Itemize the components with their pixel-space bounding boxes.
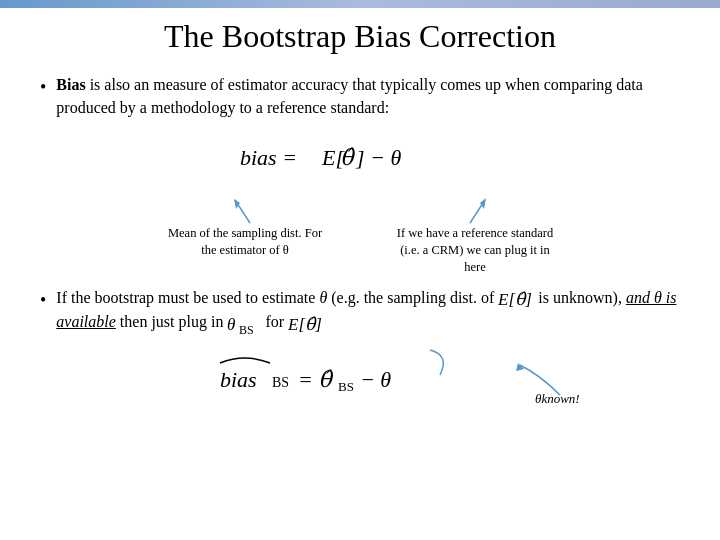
bullet-text-1: Bias is also an measure of estimator acc… <box>56 73 680 119</box>
svg-text:bias =: bias = <box>240 145 297 170</box>
inline-formula-Ethetahat2: E[θ̂] <box>288 313 324 335</box>
bias-formula-1: bias = E[ θ̂ ] − θ <box>230 129 490 183</box>
formula-2-wrapper: bias BS = θ̂ BS − θ θknown! <box>210 345 510 409</box>
top-bar <box>0 0 720 8</box>
bullet-section-1: • Bias is also an measure of estimator a… <box>40 73 680 119</box>
formula-1-svg: bias = E[ θ̂ ] − θ <box>230 129 490 177</box>
formula-1-area: bias = E[ θ̂ ] − θ <box>40 129 680 187</box>
inline-formula-Ethetahat: E[θ̂] <box>498 288 534 310</box>
svg-text:bias: bias <box>220 367 257 392</box>
formula-2-area: bias BS = θ̂ BS − θ θknown! <box>40 345 680 409</box>
and-theta-available: and θ is available <box>56 289 676 330</box>
arrow-left-svg <box>230 195 260 225</box>
bullet-item-2: • If the bootstrap must be used to estim… <box>40 286 680 335</box>
svg-text:− θ: − θ <box>360 367 391 392</box>
bullet-item-1: • Bias is also an measure of estimator a… <box>40 73 680 119</box>
bullet-dot-2: • <box>40 288 46 313</box>
theta-known-label: θknown! <box>500 355 590 409</box>
annotation-right-col: If we have a reference standard (i.e. a … <box>395 195 555 276</box>
svg-text:E[θ̂]: E[θ̂] <box>498 290 532 309</box>
svg-text:BS: BS <box>272 375 289 390</box>
svg-text:θknown!: θknown! <box>535 391 580 405</box>
bullet-section-2: • If the bootstrap must be used to estim… <box>40 286 680 409</box>
annotation-right-text: If we have a reference standard (i.e. a … <box>395 225 555 276</box>
svg-text:θ: θ <box>227 315 235 334</box>
bullet-text-2: If the bootstrap must be used to estimat… <box>56 286 680 335</box>
svg-text:θ̂: θ̂ <box>340 145 356 170</box>
arrow-right-svg <box>460 195 490 225</box>
svg-text:= θ̂: = θ̂ <box>298 367 334 392</box>
bullet-dot-1: • <box>40 75 46 100</box>
annotation-left-text: Mean of the sampling dist. For the estim… <box>165 225 325 259</box>
theta-known-arrow-svg: θknown! <box>500 355 590 405</box>
annotation-block-1: Mean of the sampling dist. For the estim… <box>40 195 680 276</box>
svg-text:E[θ̂]: E[θ̂] <box>288 315 322 334</box>
page-title: The Bootstrap Bias Correction <box>40 18 680 55</box>
bias-bold-label: Bias <box>56 76 85 93</box>
svg-text:] − θ: ] − θ <box>355 145 401 170</box>
formula-2-svg: bias BS = θ̂ BS − θ <box>210 345 510 405</box>
page-content: The Bootstrap Bias Correction • Bias is … <box>0 8 720 429</box>
svg-text:BS: BS <box>338 379 354 394</box>
inline-formula-thetabs: θ BS <box>227 313 261 335</box>
bullet-text-content: is also an measure of estimator accuracy… <box>56 76 642 116</box>
annotation-left-col: Mean of the sampling dist. For the estim… <box>165 195 325 276</box>
svg-text:BS: BS <box>239 323 254 335</box>
